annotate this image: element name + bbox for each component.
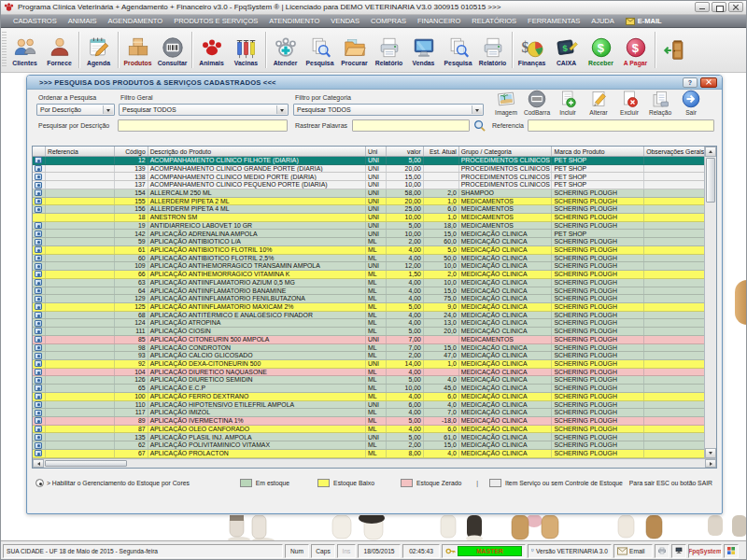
status-email[interactable]: Email: [613, 544, 653, 558]
toolbar-button-clientes[interactable]: Clientes: [7, 28, 42, 72]
add-button[interactable]: Incluir: [554, 90, 582, 119]
stock-colors-radio[interactable]: [35, 479, 44, 487]
table-row[interactable]: 135APLICAÇÃO PLASIL INJ. AMPOLAUNI5,0061…: [33, 433, 704, 441]
panel-close-button[interactable]: [700, 77, 717, 88]
toolbar-button-atender[interactable]: Atender: [268, 28, 303, 72]
horizontal-scroll-thumb[interactable]: [45, 460, 127, 467]
table-row[interactable]: 104APLICAÇÃO DIURETICO NAQUASONEML4,00ME…: [33, 369, 704, 377]
table-row[interactable]: 126APLICAÇÃO DIURETICO SEMIDINML5,004,0M…: [33, 376, 704, 385]
header-uni[interactable]: Uni: [366, 147, 387, 156]
toolbar-button-receber[interactable]: $ Receber: [584, 28, 618, 72]
status-network[interactable]: [671, 544, 686, 558]
table-row[interactable]: 98APLICAÇÃO CONDROTONML7,0015,0MEDICAÇÃO…: [33, 344, 704, 353]
menu-atendimento[interactable]: ATENDIMENTO: [263, 17, 325, 25]
table-row[interactable]: 67APLICAÇÃO PROLACTONML8,004,0MEDICAÇÃO …: [33, 450, 704, 458]
table-row[interactable]: 138ACOMPANHAMENTO CLINICO MEDIO PORTE (D…: [33, 173, 704, 181]
table-row[interactable]: 156ALLERDERM PIPETA 4 MLUNI25,006,0MEDIC…: [33, 205, 704, 214]
toolbar-button-vacinas[interactable]: Vacinas: [229, 28, 263, 72]
restore-button[interactable]: [712, 2, 726, 12]
scroll-right-arrow[interactable]: [705, 459, 716, 468]
menu-produtos-servicos[interactable]: PRODUTOS E SERVIÇOS: [168, 17, 263, 25]
table-row[interactable]: 100APLICAÇÃO FERRO DEXTRANOML4,006,0MEDI…: [33, 393, 704, 401]
barcode-button[interactable]: CodBarra: [523, 90, 551, 119]
report-button[interactable]: Relação: [646, 90, 674, 119]
toolbar-button-produtos[interactable]: Produtos: [120, 28, 155, 72]
menu-compras[interactable]: COMPRAS: [365, 17, 412, 25]
table-row[interactable]: 111APLICAÇÃO CIOSINML5,0020,0MEDICAÇÃO C…: [33, 328, 704, 336]
close-button[interactable]: [728, 2, 743, 12]
toolbar-button-fornece[interactable]: Fornece: [42, 28, 77, 72]
table-row[interactable]: 155ALLERDERM PIPETA 2 MLUNI20,001,0MEDIC…: [33, 198, 704, 206]
table-row[interactable]: 109APLICAÇÃO ANTIHEMORRAGICO TRANSAMIN A…: [33, 262, 704, 271]
table-row[interactable]: 63APLICAÇÃO ANTIINFLAMATORIO AZIUM 0,5 M…: [33, 279, 704, 287]
table-row[interactable]: 125APLICAÇÃO ANTIINFLAMATORIO MAXICAM 2%…: [33, 303, 704, 312]
table-row[interactable]: 18ANESTRON SMUNI10,001,0MEDICAMENTOSSCHE…: [33, 214, 704, 222]
table-row[interactable]: 117APLICAÇÃO IMIZOLML4,007,0MEDICAÇÃO CL…: [33, 409, 704, 417]
header-marca[interactable]: Marca do Produto: [552, 147, 644, 156]
table-row[interactable]: 154ALLERCALM 250 MLUNI58,002,0SHAMPOOSCH…: [33, 189, 704, 198]
table-row[interactable]: 93APLICAÇÃO CALCIO GLICOSADOML2,0047,0ME…: [33, 352, 704, 360]
menu-ferramentas[interactable]: FERRAMENTAS: [522, 17, 585, 25]
panel-help-button[interactable]: ?: [683, 77, 698, 88]
header-observacoes[interactable]: Observações Gerais: [644, 147, 704, 156]
exit-button[interactable]: Sair: [677, 90, 705, 119]
toolbar-button-agenda[interactable]: Agenda: [81, 28, 116, 72]
horizontal-scrollbar[interactable]: [33, 458, 716, 468]
table-row[interactable]: 139ACOMPANHAMENTO CLINICO GRANDE PORTE (…: [33, 165, 704, 174]
menu-email[interactable]: E-MAIL: [620, 17, 668, 25]
search-description-input[interactable]: [118, 119, 288, 132]
vertical-scrollbar[interactable]: [704, 147, 716, 458]
menu-agendamento[interactable]: AGENDAMENTO: [103, 17, 169, 25]
table-row[interactable]: 61APLICAÇÃO ANTIBIOTICO FLOTRIL 10%ML4,0…: [33, 246, 704, 255]
menu-ajuda[interactable]: AJUDA: [585, 17, 620, 25]
scroll-left-arrow[interactable]: [33, 459, 44, 468]
table-row[interactable]: 89APLICAÇÃO IVERMECTINA 1%ML5,00-18,0MED…: [33, 417, 704, 426]
header-referencia[interactable]: Referencia: [46, 147, 115, 156]
header-grupo[interactable]: Grupo / Categoria: [459, 147, 553, 156]
table-row[interactable]: 59APLICAÇÃO ANTIBIOTICO L/AML2,0060,0MED…: [33, 238, 704, 246]
table-row[interactable]: 65APLICAÇÃO E.C.PML10,0045,0MEDICAÇÃO CL…: [33, 385, 704, 393]
table-row[interactable]: 129APLICAÇÃO ANTIINFLAMATORIO FENILBUTAZ…: [33, 295, 704, 303]
toolbar-button-financas[interactable]: $ Finanças: [514, 28, 549, 72]
scroll-up-arrow[interactable]: [705, 147, 716, 157]
order-search-select[interactable]: Por Descrição: [36, 104, 115, 116]
menu-cadastros[interactable]: CADASTROS: [7, 17, 63, 25]
track-words-input[interactable]: [352, 119, 470, 132]
toolbar-button-apagar[interactable]: $ A Pagar: [618, 28, 653, 72]
table-row[interactable]: 137ACOMPANHAMENTO CLINICO PEQUENO PORTE …: [33, 181, 704, 189]
table-row[interactable]: 142APLICAÇÃO ADRENALINA AMPOLAUNI10,0015…: [33, 230, 704, 238]
table-row[interactable]: 87APLICAÇÃO OLEO CANFORADOML4,006,0MEDIC…: [33, 426, 704, 434]
scroll-down-arrow[interactable]: [705, 448, 716, 458]
table-row[interactable]: 68APLICAÇÃO ANTITÉRMICO E ANALGÉSICO FIN…: [33, 312, 704, 320]
table-row[interactable]: 124APLICAÇÃO ATROPINAML4,0013,0MEDICAÇÃO…: [33, 319, 704, 328]
table-row[interactable]: 92APLICAÇÃO DEXA-CITONEURIN 500UNI14,001…: [33, 360, 704, 369]
table-row[interactable]: 12ACOMPANHAMENTO CLINICO FILHOTE (DIARIA…: [33, 157, 704, 165]
status-printer[interactable]: [655, 544, 669, 558]
table-row[interactable]: 60APLICAÇÃO ANTIBIOTICO FLOTRIL 2,5%ML4,…: [33, 255, 704, 263]
menu-financeiro[interactable]: FINANCEIRO: [412, 17, 466, 25]
header-estoque[interactable]: Est. Atual: [424, 147, 459, 156]
track-search-button[interactable]: [472, 119, 486, 133]
toolbar-button-procurar[interactable]: Procurar: [337, 28, 372, 72]
table-row[interactable]: 85APLICAÇÃO CITONEURIN 500 AMPOLAUNI7,00…: [33, 336, 704, 344]
image-button[interactable]: Imagem: [492, 90, 520, 119]
table-row[interactable]: 66APLICAÇÃO ANTIHEMORRAGICO VITAMINA KML…: [33, 271, 704, 279]
table-row[interactable]: 19ANTIDIARREICO LABOVET 10 GRUNI5,0018,0…: [33, 222, 704, 231]
header-codigo[interactable]: Código: [115, 147, 148, 156]
edit-button[interactable]: Alterar: [585, 90, 613, 119]
menu-vendas[interactable]: VENDAS: [325, 17, 365, 25]
toolbar-button-pesquisa1[interactable]: Pesquisa: [303, 28, 337, 72]
menu-relatorios[interactable]: RELATÓRIOS: [466, 17, 522, 25]
minimize-button[interactable]: [695, 2, 710, 12]
toolbar-button-sair[interactable]: [657, 28, 692, 72]
toolbar-button-pesquisa2[interactable]: Pesquisa: [441, 28, 475, 72]
header-descricao[interactable]: Descrição do Produto: [148, 147, 366, 156]
toolbar-button-vendas[interactable]: Vendas: [406, 28, 441, 72]
toolbar-button-relatorio2[interactable]: Relatório: [475, 28, 510, 72]
header-valor[interactable]: valor: [387, 147, 424, 156]
toolbar-button-caixa[interactable]: $ CAIXA: [549, 28, 584, 72]
vertical-scroll-thumb[interactable]: [706, 158, 715, 203]
toolbar-button-consultar[interactable]: Consultar: [155, 28, 190, 72]
menu-animais[interactable]: ANIMAIS: [63, 17, 103, 25]
reference-input[interactable]: [528, 119, 714, 132]
